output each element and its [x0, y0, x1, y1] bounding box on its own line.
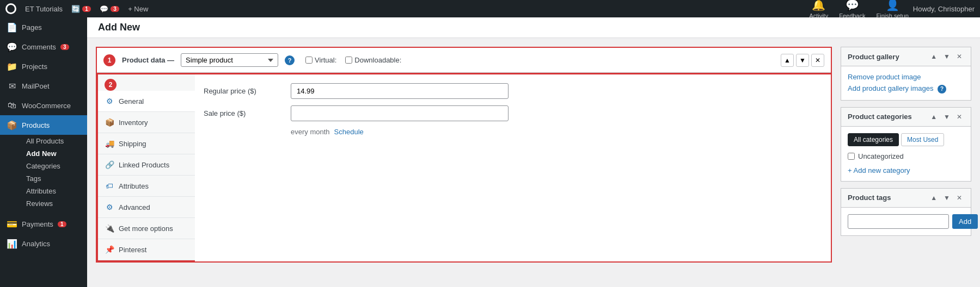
categories-collapse-down[interactable]: ▼ [941, 112, 952, 122]
tab-shipping[interactable]: 🚚 Shipping [98, 133, 195, 154]
admin-bar-site-name[interactable]: ET Tutorials [25, 5, 63, 13]
all-categories-tab[interactable]: All categories [848, 133, 899, 146]
tab-attributes[interactable]: 🏷 Attributes [98, 176, 195, 197]
sidebar-item-label: MailPoet [22, 82, 50, 90]
comments-icon: 💬 [7, 41, 17, 52]
products-icon: 📦 [7, 120, 17, 130]
sidebar-sub-add-new[interactable]: Add New [20, 147, 87, 160]
feedback-icon: 💬 [846, 0, 859, 11]
uncategorized-checkbox[interactable] [848, 153, 855, 160]
activity-toolbar-item[interactable]: 🔔 Activity [809, 0, 828, 19]
schedule-link[interactable]: Schedule [334, 128, 364, 136]
step1-badge: 1 [103, 54, 115, 66]
product-tabs: 2 ⚙ General 📦 Inventory 🚚 S [97, 74, 195, 261]
comments-badge: 3 [60, 44, 69, 50]
downloadable-label[interactable]: Downloadable: [345, 56, 401, 64]
categories-collapse-x[interactable]: ✕ [954, 112, 964, 122]
sidebar-sub-all-products[interactable]: All Products [20, 135, 87, 147]
sidebar-item-analytics[interactable]: 📊 Analytics [0, 234, 87, 253]
add-new-category-link[interactable]: + Add new category [848, 166, 910, 174]
add-gallery-images-link[interactable]: Add product gallery images [848, 84, 935, 92]
virtual-downloadable: Virtual: Downloadable: [305, 56, 401, 64]
product-gallery-panel: Product gallery ▲ ▼ ✕ Remove product ima… [841, 47, 971, 101]
sidebar-item-comments[interactable]: 💬 Comments 3 [0, 37, 87, 57]
sidebar-item-label: Pages [22, 23, 42, 32]
gallery-collapse-up[interactable]: ▲ [928, 52, 939, 61]
sidebar-item-payments[interactable]: 💳 Payments 1 [0, 214, 87, 234]
content-sidebar: Product gallery ▲ ▼ ✕ Remove product ima… [841, 47, 971, 263]
gallery-help-icon[interactable]: ? [938, 85, 946, 93]
add-tag-button[interactable]: Add [952, 214, 978, 229]
tags-collapse-x[interactable]: ✕ [954, 193, 964, 203]
analytics-icon: 📊 [7, 238, 17, 249]
collapse-up-arrow[interactable]: ▲ [781, 54, 794, 67]
categories-collapse-up[interactable]: ▲ [928, 112, 939, 122]
shipping-tab-icon: 🚚 [105, 139, 114, 148]
sidebar-item-products[interactable]: 📦 Products [0, 115, 87, 135]
howdy-text: Howdy, Christopher [913, 5, 975, 13]
tag-input[interactable] [848, 214, 949, 229]
wp-logo[interactable] [5, 3, 16, 14]
tab-advanced[interactable]: ⚙ Advanced [98, 197, 195, 218]
tags-collapse-up[interactable]: ▲ [928, 193, 939, 203]
product-data-box: 1 Product data — Simple product Variable… [96, 47, 832, 263]
sidebar-sub-attributes[interactable]: Attributes [20, 185, 87, 197]
product-categories-header: Product categories ▲ ▼ ✕ [841, 108, 971, 127]
sale-price-row: Sale price ($) [204, 105, 822, 121]
sale-price-label: Sale price ($) [204, 109, 291, 117]
sidebar-item-label: Projects [22, 63, 47, 71]
sidebar-item-label: Analytics [22, 240, 50, 248]
finish-setup-icon: 👤 [886, 0, 899, 11]
sidebar-sub-categories[interactable]: Categories [20, 160, 87, 172]
feedback-toolbar-item[interactable]: 💬 Feedback [839, 0, 865, 19]
tab-label: Get more options [119, 224, 173, 233]
product-categories-panel: Product categories ▲ ▼ ✕ All categories … [841, 107, 971, 182]
sidebar-item-woocommerce[interactable]: 🛍 WooCommerce [0, 96, 87, 115]
admin-bar-updates[interactable]: 🔄 1 [71, 5, 91, 13]
payments-badge: 1 [58, 221, 66, 227]
sale-price-input[interactable] [291, 105, 509, 121]
layout: 📄 Pages 💬 Comments 3 📁 Projects ✉ MailPo… [0, 17, 980, 287]
most-used-tab[interactable]: Most Used [901, 133, 944, 146]
help-icon[interactable]: ? [285, 55, 295, 65]
product-type-select[interactable]: Simple product Variable product Grouped … [181, 53, 278, 67]
sidebar-item-mailpoet[interactable]: ✉ MailPoet [0, 76, 87, 96]
tab-get-more-options[interactable]: 🔌 Get more options [98, 218, 195, 239]
remove-product-image-link[interactable]: Remove product image [848, 73, 964, 81]
tab-inventory[interactable]: 📦 Inventory [98, 112, 195, 133]
virtual-checkbox[interactable] [305, 57, 313, 64]
admin-bar-new[interactable]: + New [128, 5, 148, 13]
product-gallery-body: Remove product image Add product gallery… [841, 66, 971, 100]
admin-bar-comments[interactable]: 💬 3 [100, 5, 119, 13]
tags-collapse-down[interactable]: ▼ [941, 193, 952, 203]
sidebar-item-pages[interactable]: 📄 Pages [0, 17, 87, 37]
categories-panel-arrows: ▲ ▼ ✕ [928, 112, 964, 122]
mailpoet-icon: ✉ [7, 80, 17, 91]
sidebar-item-label: Payments [22, 220, 53, 228]
sidebar-item-label: WooCommerce [22, 102, 71, 110]
virtual-label[interactable]: Virtual: [305, 56, 336, 64]
tab-general[interactable]: ⚙ General [98, 91, 195, 112]
regular-price-input[interactable] [291, 83, 509, 99]
regular-price-row: Regular price ($) [204, 83, 822, 99]
category-list: Uncategorized [848, 151, 964, 162]
product-gallery-header: Product gallery ▲ ▼ ✕ [841, 47, 971, 66]
product-categories-title: Product categories [848, 113, 912, 121]
projects-icon: 📁 [7, 61, 17, 72]
downloadable-checkbox[interactable] [345, 57, 352, 64]
tab-pinterest[interactable]: 📌 Pinterest [98, 239, 195, 260]
get-more-options-tab-icon: 🔌 [105, 223, 114, 233]
finish-setup-toolbar-item[interactable]: 👤 Finish setup [876, 0, 908, 19]
gallery-collapse-down[interactable]: ▼ [941, 52, 952, 61]
tab-linked-products[interactable]: 🔗 Linked Products [98, 154, 195, 176]
sidebar-sub-tags[interactable]: Tags [20, 172, 87, 185]
collapse-down-arrow[interactable]: ▼ [796, 54, 809, 67]
category-item-uncategorized: Uncategorized [848, 151, 964, 162]
gallery-collapse-x[interactable]: ✕ [954, 52, 964, 61]
schedule-row: every month Schedule [291, 128, 822, 136]
collapse-x-arrow[interactable]: ✕ [811, 54, 824, 67]
sidebar-item-projects[interactable]: 📁 Projects [0, 57, 87, 76]
product-data-label: Product data — [122, 56, 174, 64]
sidebar-sub-reviews[interactable]: Reviews [20, 197, 87, 210]
sidebar-item-label: Comments [22, 43, 56, 51]
